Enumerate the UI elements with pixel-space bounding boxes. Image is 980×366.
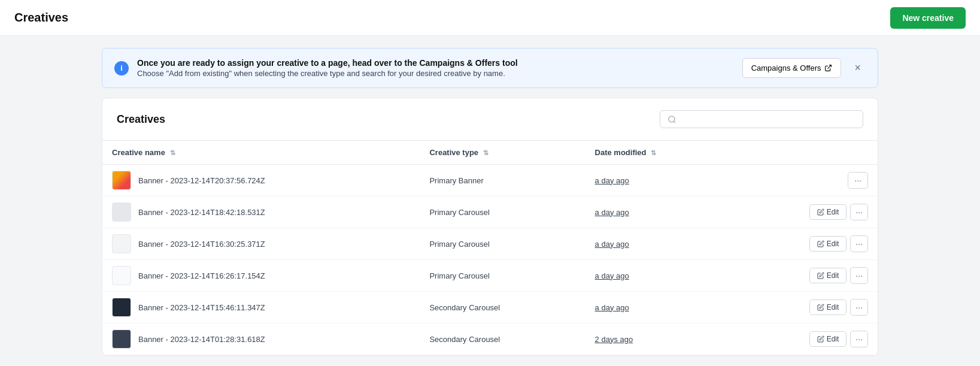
date-modified[interactable]: a day ago	[595, 208, 629, 217]
edit-icon	[817, 272, 824, 279]
info-banner-text: Once you are ready to assign your creati…	[137, 58, 734, 78]
creative-name: Banner - 2023-12-14T01:28:31.618Z	[138, 335, 265, 344]
table-header: Creative name ⇅ Creative type ⇅ Date mod…	[102, 141, 878, 165]
creative-thumbnail	[112, 329, 131, 349]
table-row: Banner - 2023-12-14T18:42:18.531Z Primar…	[102, 196, 878, 228]
creative-type-cell: Primary Carousel	[420, 196, 585, 228]
more-options-button[interactable]: ···	[850, 235, 868, 252]
more-options-button[interactable]: ···	[850, 299, 868, 316]
date-modified-cell: a day ago	[585, 165, 734, 196]
edit-button[interactable]: Edit	[809, 331, 847, 347]
creative-name-cell: Banner - 2023-12-14T16:26:17.154Z	[102, 260, 420, 292]
actions-cell: Edit ···	[734, 196, 878, 228]
date-modified-cell: a day ago	[585, 196, 734, 228]
creative-type-cell: Primary Carousel	[420, 260, 585, 292]
svg-line-0	[828, 65, 832, 69]
table-row: Banner - 2023-12-14T16:30:25.371Z Primar…	[102, 228, 878, 260]
date-modified[interactable]: a day ago	[595, 240, 629, 249]
search-input[interactable]	[681, 114, 855, 124]
creative-type-cell: Secondary Carousel	[420, 292, 585, 323]
creative-type: Primary Carousel	[429, 240, 489, 249]
edit-button[interactable]: Edit	[809, 204, 847, 220]
creative-name: Banner - 2023-12-14T16:30:25.371Z	[138, 240, 265, 249]
topbar: Creatives New creative	[0, 0, 980, 36]
actions-cell: Edit ···	[734, 260, 878, 292]
edit-button[interactable]: Edit	[809, 300, 847, 315]
edit-button[interactable]: Edit	[809, 268, 847, 283]
creative-name: Banner - 2023-12-14T18:42:18.531Z	[138, 208, 265, 217]
new-creative-button[interactable]: New creative	[890, 7, 966, 29]
creative-name-cell: Banner - 2023-12-14T20:37:56.724Z	[102, 165, 420, 196]
actions-cell: Edit ···	[734, 323, 878, 355]
more-options-button[interactable]: ···	[850, 204, 868, 220]
edit-button[interactable]: Edit	[809, 236, 847, 252]
svg-line-2	[673, 121, 675, 123]
creative-type-cell: Primary Banner	[420, 165, 585, 196]
info-icon: i	[114, 61, 129, 75]
creative-name: Banner - 2023-12-14T20:37:56.724Z	[138, 176, 265, 185]
creative-name: Banner - 2023-12-14T15:46:11.347Z	[138, 303, 265, 312]
edit-icon	[817, 335, 824, 343]
sort-icon-type[interactable]: ⇅	[483, 149, 489, 156]
date-modified-cell: a day ago	[585, 292, 734, 323]
col-date-modified: Date modified ⇅	[585, 141, 734, 165]
edit-icon	[817, 208, 824, 216]
date-modified-cell: a day ago	[585, 228, 734, 260]
sort-icon-name[interactable]: ⇅	[170, 149, 175, 156]
page-title: Creatives	[14, 11, 68, 25]
more-options-button[interactable]: ···	[848, 172, 868, 189]
creative-type-cell: Primary Carousel	[420, 228, 585, 260]
card-title: Creatives	[117, 113, 165, 126]
creative-type: Secondary Carousel	[429, 303, 500, 312]
campaigns-offers-button[interactable]: Campaigns & Offers	[742, 58, 842, 78]
creative-thumbnail	[112, 202, 131, 222]
creative-name-cell: Banner - 2023-12-14T18:42:18.531Z	[102, 196, 420, 228]
external-link-icon	[824, 64, 832, 72]
creative-type: Primary Carousel	[429, 271, 489, 280]
actions-cell: Edit ···	[734, 292, 878, 323]
more-options-button[interactable]: ···	[850, 331, 868, 347]
actions-cell: ···	[734, 165, 878, 196]
more-options-button[interactable]: ···	[850, 267, 868, 284]
date-modified[interactable]: a day ago	[595, 271, 629, 280]
col-actions	[734, 141, 878, 165]
table-row: Banner - 2023-12-14T16:26:17.154Z Primar…	[102, 260, 878, 292]
date-modified[interactable]: a day ago	[595, 176, 629, 185]
table-row: Banner - 2023-12-14T20:37:56.724Z Primar…	[102, 165, 878, 196]
creative-thumbnail	[112, 266, 131, 285]
sort-icon-date[interactable]: ⇅	[651, 149, 656, 156]
creative-thumbnail	[112, 171, 131, 190]
edit-icon	[817, 240, 824, 247]
date-modified[interactable]: a day ago	[595, 303, 629, 312]
date-modified-cell: 2 days ago	[585, 323, 734, 355]
svg-point-1	[669, 116, 675, 122]
creative-thumbnail	[112, 234, 131, 253]
card-header: Creatives	[102, 98, 878, 141]
date-modified-cell: a day ago	[585, 260, 734, 292]
creative-name-cell: Banner - 2023-12-14T15:46:11.347Z	[102, 292, 420, 323]
creative-type: Primary Carousel	[429, 208, 489, 217]
table-body: Banner - 2023-12-14T20:37:56.724Z Primar…	[102, 165, 878, 355]
creatives-card: Creatives Creative name ⇅ Creative type …	[102, 98, 878, 356]
col-creative-type: Creative type ⇅	[420, 141, 585, 165]
col-creative-name: Creative name ⇅	[102, 141, 420, 165]
table-row: Banner - 2023-12-14T15:46:11.347Z Second…	[102, 292, 878, 323]
creative-name-cell: Banner - 2023-12-14T01:28:31.618Z	[102, 323, 420, 355]
search-box	[660, 110, 863, 128]
info-banner: i Once you are ready to assign your crea…	[102, 48, 878, 88]
edit-icon	[817, 304, 824, 311]
creative-name: Banner - 2023-12-14T16:26:17.154Z	[138, 271, 265, 280]
close-banner-button[interactable]: ×	[849, 59, 866, 77]
table-row: Banner - 2023-12-14T01:28:31.618Z Second…	[102, 323, 878, 355]
actions-cell: Edit ···	[734, 228, 878, 260]
creative-type: Secondary Carousel	[429, 335, 500, 344]
date-modified[interactable]: 2 days ago	[595, 335, 633, 344]
creative-type-cell: Secondary Carousel	[420, 323, 585, 355]
creative-type: Primary Banner	[429, 176, 483, 185]
creative-name-cell: Banner - 2023-12-14T16:30:25.371Z	[102, 228, 420, 260]
creatives-table: Creative name ⇅ Creative type ⇅ Date mod…	[102, 141, 878, 355]
creative-thumbnail	[112, 298, 131, 317]
search-icon	[668, 115, 676, 124]
